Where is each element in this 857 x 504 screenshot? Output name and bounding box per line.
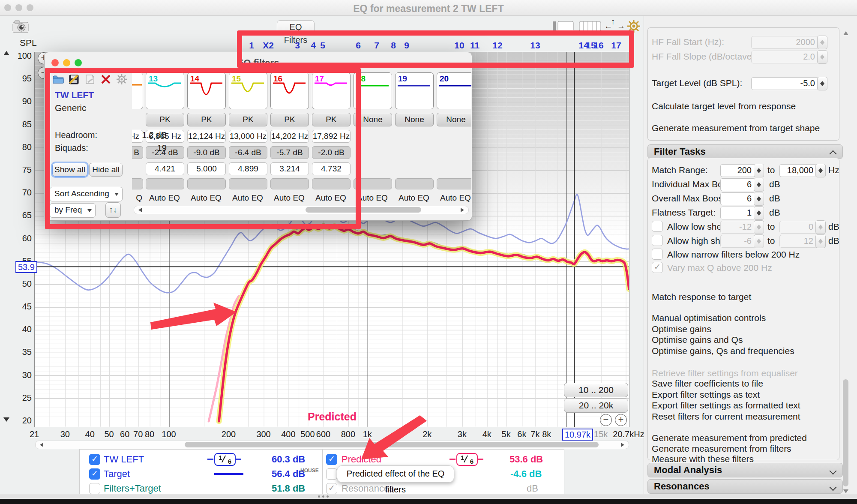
filter-number-3[interactable]: 3 <box>295 40 300 51</box>
save-filters-icon[interactable] <box>68 74 80 85</box>
sort-arrows-icon[interactable]: ↑↓ <box>105 202 121 218</box>
filter-q-field[interactable]: 4.421 <box>146 162 184 175</box>
filter-q-field[interactable]: 4.899 <box>229 162 267 175</box>
allow-high-shelf-checkbox[interactable] <box>652 235 663 246</box>
scroll-right-icon[interactable] <box>621 443 626 447</box>
generate-from-target-shape-link[interactable]: Generate measurement from target shape <box>652 123 820 133</box>
filter-curve-thumbnail[interactable]: 19 <box>395 72 434 109</box>
match-range-to-field[interactable]: 18,000 <box>779 164 817 177</box>
low-shelf-to-stepper[interactable] <box>815 220 826 234</box>
filter-number-X2[interactable]: X2 <box>263 40 274 51</box>
filter-curve-thumbnail[interactable]: 15 <box>229 72 267 109</box>
flatness-target-stepper[interactable] <box>754 206 764 220</box>
action-generate-measurement-from-filters[interactable]: Generate measurement from filters <box>652 444 791 454</box>
filter-number-11[interactable]: 11 <box>470 40 479 51</box>
filters-scroll-right-icon[interactable] <box>461 208 466 212</box>
filter-q-field[interactable]: 4.732 <box>312 162 351 175</box>
match-range-from-stepper[interactable] <box>754 164 764 177</box>
predicted-effect-checkbox[interactable] <box>326 468 337 480</box>
action-reset-filters-for-current-measurement[interactable]: Reset filters for current measurement <box>652 411 800 422</box>
filter-type-button[interactable]: PK <box>229 113 267 126</box>
filter-number-6[interactable]: 6 <box>356 40 361 51</box>
vary-max-q-checkbox[interactable] <box>652 262 663 273</box>
target-checkbox[interactable] <box>89 468 100 480</box>
individual-max-boost-stepper[interactable] <box>754 178 764 192</box>
tw-left-checkbox[interactable] <box>89 454 100 465</box>
hf-fall-slope-field[interactable]: 2.0 <box>751 51 819 63</box>
predicted-checkbox[interactable] <box>326 454 337 465</box>
chart-h-scrollbar[interactable] <box>35 441 629 449</box>
action-retrieve-filter-settings-from-equaliser[interactable]: Retrieve filter settings from equaliser <box>652 368 798 378</box>
tw-left-smoothing-badge[interactable]: 1 6 <box>214 453 236 466</box>
range-button-20-20k[interactable]: 20 .. 20k <box>564 398 628 413</box>
pan-arrows-icon[interactable]: ↑←→ <box>603 19 624 33</box>
chart-h-scrollbar-thumb[interactable] <box>185 442 599 447</box>
show-all-button[interactable]: Show all <box>52 163 87 177</box>
filters-h-scrollbar[interactable] <box>134 206 469 214</box>
graph-settings-gear-icon[interactable] <box>626 19 641 33</box>
auto-eq-button[interactable]: Auto EQ <box>146 193 183 203</box>
filter-freq-field[interactable]: 14,202 Hz <box>270 130 309 143</box>
scroll-up-icon[interactable] <box>3 48 9 55</box>
high-shelf-from-field[interactable]: -6 <box>720 235 755 248</box>
action-generate-measurement-from-predicted[interactable]: Generate measurement from predicted <box>652 433 807 443</box>
allow-narrow-filters-checkbox[interactable] <box>652 249 663 260</box>
action-export-filter-settings-as-formatted-text[interactable]: Export filter settings as formatted text <box>652 400 800 411</box>
filter-number-16[interactable]: 16 <box>593 40 603 51</box>
filter-bypass-cell[interactable] <box>187 178 226 189</box>
low-shelf-from-field[interactable]: -12 <box>720 221 755 234</box>
flatness-target-field[interactable]: 1 <box>720 207 755 219</box>
action-match-response-to-target[interactable]: Match response to target <box>652 292 751 302</box>
filter-number-7[interactable]: 7 <box>374 40 379 51</box>
filter-curve-thumbnail[interactable]: 14 <box>187 72 226 109</box>
filter-tasks-header[interactable]: Filter Tasks <box>647 144 843 159</box>
allow-low-shelf-checkbox[interactable] <box>652 221 663 232</box>
filter-curve-thumbnail[interactable]: 18 <box>354 72 392 109</box>
sort-key-dropdown[interactable]: by Freq <box>50 203 96 218</box>
target-level-stepper[interactable] <box>817 77 827 90</box>
filter-gain-field[interactable]: -5.7 dB <box>270 146 309 159</box>
filter-number-10[interactable]: 10 <box>454 40 464 51</box>
auto-eq-button[interactable]: Auto EQ <box>229 193 267 203</box>
range-button-10-200[interactable]: 10 .. 200 <box>564 383 628 397</box>
filter-bypass-cell[interactable] <box>146 178 184 189</box>
filter-bypass-cell[interactable] <box>437 178 471 189</box>
zoom-out-icon[interactable]: − <box>600 414 612 426</box>
filter-bypass-cell[interactable] <box>395 178 434 189</box>
auto-eq-button[interactable]: Auto EQ <box>312 193 350 203</box>
auto-eq-button[interactable]: Auto EQ <box>354 193 391 203</box>
sidebar-scroll-up-icon[interactable] <box>843 29 848 35</box>
filter-number-8[interactable]: 8 <box>391 40 396 51</box>
auto-eq-button[interactable]: Auto EQ <box>437 193 471 203</box>
hide-all-button[interactable]: Hide all <box>89 163 123 177</box>
action-manual-optimisation-controls[interactable]: Manual optimisation controls <box>652 313 766 323</box>
action-optimise-gains-qs-and-frequencies[interactable]: Optimise gains, Qs and frequencies <box>652 346 794 356</box>
auto-eq-button[interactable]: Auto EQ <box>187 193 225 203</box>
filter-number-1[interactable]: 1 <box>249 40 254 51</box>
filter-gain-field[interactable]: -2.0 dB <box>312 146 351 159</box>
filter-curve-thumbnail[interactable]: 16 <box>270 72 309 109</box>
filter-type-button[interactable]: PK <box>187 113 226 126</box>
sidebar-v-scrollbar[interactable] <box>842 29 850 496</box>
open-filters-icon[interactable] <box>52 74 64 85</box>
filter-bypass-cell[interactable] <box>270 178 309 189</box>
filter-curve-thumbnail[interactable]: 13 <box>146 72 184 109</box>
filter-bypass-cell[interactable] <box>354 178 392 189</box>
tab-eq-filters[interactable]: EQ Filters <box>277 20 315 34</box>
filter-bypass-cell[interactable] <box>312 178 351 189</box>
action-optimise-gains[interactable]: Optimise gains <box>652 324 711 334</box>
action-export-filter-settings-as-text[interactable]: Export filter settings as text <box>652 390 760 400</box>
match-range-to-stepper[interactable] <box>815 164 826 177</box>
filter-freq-field[interactable]: 13,000 Hz <box>229 130 267 143</box>
filters-scroll-left-icon[interactable] <box>136 208 142 212</box>
filter-number-17[interactable]: 17 <box>611 40 621 51</box>
calculate-target-level-link[interactable]: Calculate target level from response <box>652 101 796 111</box>
modal-analysis-header[interactable]: Modal Analysis <box>647 463 843 477</box>
filter-curve-thumbnail[interactable]: 17 <box>312 72 351 109</box>
match-range-from-field[interactable]: 200 <box>720 164 755 177</box>
low-shelf-from-stepper[interactable] <box>754 220 764 234</box>
resonances-header[interactable]: Resonances <box>647 479 843 494</box>
scroll-left-icon[interactable] <box>38 443 43 447</box>
filter-q-field[interactable]: 5.000 <box>187 162 226 175</box>
sort-mode-dropdown[interactable]: Sort Ascending <box>50 187 123 201</box>
